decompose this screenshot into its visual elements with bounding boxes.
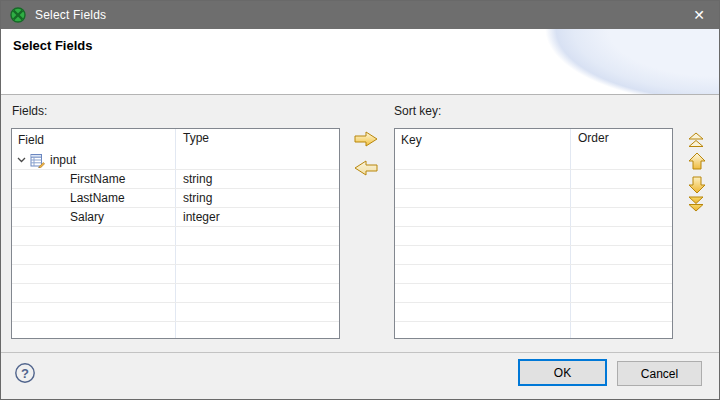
- table-row-salary[interactable]: Salary integer: [12, 208, 339, 227]
- app-icon: [10, 7, 26, 23]
- table-cell: [176, 246, 339, 264]
- table-cell: [571, 284, 672, 302]
- table-row-empty[interactable]: [12, 303, 339, 322]
- fields-table: Field Type input: [11, 128, 340, 339]
- table-cell: [571, 303, 672, 321]
- column-header-type[interactable]: Type: [176, 129, 339, 151]
- sort-key-label: Sort key:: [394, 104, 441, 118]
- table-cell: [571, 170, 672, 188]
- table-row-firstname[interactable]: FirstName string: [12, 170, 339, 189]
- move-bottom-icon[interactable]: [687, 196, 705, 212]
- table-cell: [395, 265, 571, 283]
- field-type: string: [176, 170, 339, 188]
- table-cell: [395, 303, 571, 321]
- table-cell: [176, 265, 339, 283]
- dialog-header: Select Fields: [1, 29, 719, 95]
- select-fields-dialog: Select Fields ✕ Select Fields Fields: So…: [0, 0, 720, 400]
- fields-empty-rows: [12, 227, 339, 339]
- column-header-key[interactable]: Key: [395, 129, 571, 151]
- table-row-empty[interactable]: [12, 227, 339, 246]
- field-name: input: [50, 153, 76, 167]
- table-cell: [12, 303, 176, 321]
- table-cell: [12, 227, 176, 245]
- table-row-empty[interactable]: [395, 303, 672, 322]
- table-cell: [571, 322, 672, 339]
- table-cell: [395, 170, 571, 188]
- table-row-empty[interactable]: [395, 227, 672, 246]
- field-name: Salary: [12, 208, 176, 226]
- move-up-icon[interactable]: [688, 152, 706, 170]
- title-bar: Select Fields ✕: [1, 1, 719, 29]
- fields-table-header: Field Type: [12, 129, 339, 151]
- table-cell: [176, 303, 339, 321]
- sort-key-table: Key Order: [394, 128, 673, 339]
- table-cell: [571, 189, 672, 207]
- table-row-empty[interactable]: [395, 151, 672, 170]
- table-row-input[interactable]: input: [12, 151, 339, 170]
- field-type: string: [176, 189, 339, 207]
- table-cell: [12, 322, 176, 339]
- column-header-field[interactable]: Field: [12, 129, 176, 151]
- field-name: FirstName: [12, 170, 176, 188]
- move-left-icon[interactable]: [353, 159, 379, 177]
- table-row-empty[interactable]: [395, 189, 672, 208]
- table-cell: [12, 265, 176, 283]
- table-row-empty[interactable]: [395, 170, 672, 189]
- table-row-empty[interactable]: [12, 284, 339, 303]
- page-title: Select Fields: [13, 38, 92, 53]
- table-row-empty[interactable]: [12, 246, 339, 265]
- svg-text:?: ?: [21, 366, 29, 381]
- table-cell: [395, 208, 571, 226]
- table-cell: [176, 284, 339, 302]
- table-cell: [395, 284, 571, 302]
- table-cell: [176, 322, 339, 339]
- sort-empty-rows: [395, 151, 672, 339]
- column-header-order[interactable]: Order: [571, 129, 672, 151]
- field-name: LastName: [12, 189, 176, 207]
- chevron-down-icon[interactable]: [17, 157, 26, 163]
- field-type: integer: [176, 208, 339, 226]
- record-metadata-icon: [29, 153, 45, 168]
- table-cell: [571, 265, 672, 283]
- cancel-button[interactable]: Cancel: [617, 361, 702, 386]
- table-cell: [571, 227, 672, 245]
- table-cell: [395, 189, 571, 207]
- table-cell: [571, 208, 672, 226]
- fields-label: Fields:: [12, 104, 47, 118]
- table-row-empty[interactable]: [395, 284, 672, 303]
- field-type: [176, 151, 339, 169]
- table-cell: [395, 227, 571, 245]
- table-row-empty[interactable]: [395, 265, 672, 284]
- table-row-empty[interactable]: [395, 208, 672, 227]
- button-bar: ? OK Cancel: [1, 352, 719, 399]
- move-down-icon[interactable]: [688, 176, 706, 194]
- table-cell: [571, 246, 672, 264]
- table-cell: [395, 246, 571, 264]
- ok-button[interactable]: OK: [518, 359, 607, 386]
- table-cell: [12, 246, 176, 264]
- tree-node[interactable]: input: [12, 151, 176, 169]
- close-icon[interactable]: ✕: [679, 1, 719, 29]
- table-row-empty[interactable]: [12, 265, 339, 284]
- table-cell: [395, 322, 571, 339]
- table-row-empty[interactable]: [12, 322, 339, 339]
- table-row-empty[interactable]: [395, 322, 672, 339]
- move-top-icon[interactable]: [687, 132, 705, 148]
- header-gradient-decoration: [489, 29, 719, 94]
- table-cell: [571, 151, 672, 169]
- table-row-lastname[interactable]: LastName string: [12, 189, 339, 208]
- table-cell: [176, 227, 339, 245]
- help-icon[interactable]: ?: [14, 362, 36, 384]
- table-cell: [12, 284, 176, 302]
- sort-table-header: Key Order: [395, 129, 672, 151]
- window-title: Select Fields: [35, 8, 679, 22]
- table-row-empty[interactable]: [395, 246, 672, 265]
- move-right-icon[interactable]: [353, 130, 379, 148]
- table-cell: [395, 151, 571, 169]
